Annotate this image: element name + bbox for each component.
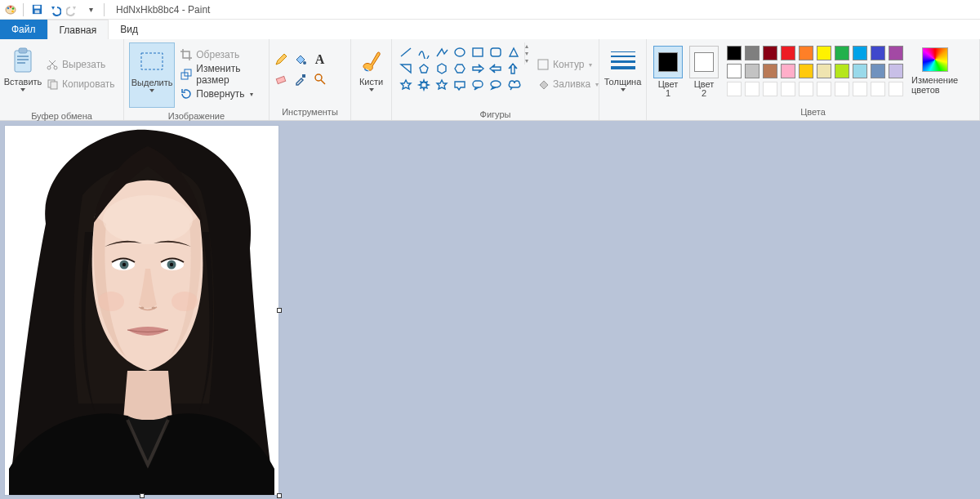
select-button[interactable]: Выделить bbox=[129, 42, 175, 108]
crop-button[interactable]: Обрезать bbox=[176, 46, 262, 64]
qat-customize-icon[interactable]: ▾ bbox=[84, 3, 97, 16]
palette-swatch[interactable] bbox=[815, 62, 833, 80]
group-tools: A Инструменты bbox=[270, 39, 351, 120]
palette-swatch[interactable] bbox=[869, 62, 887, 80]
shapes-gallery[interactable] bbox=[397, 42, 523, 93]
color2-button[interactable]: Цвет 2 bbox=[689, 42, 719, 98]
copy-button[interactable]: Копировать bbox=[42, 75, 118, 93]
palette-swatch[interactable] bbox=[725, 62, 743, 80]
palette-swatch[interactable] bbox=[779, 44, 797, 62]
palette-swatch[interactable] bbox=[761, 62, 779, 80]
palette-swatch[interactable] bbox=[833, 80, 851, 98]
canvas[interactable] bbox=[5, 126, 278, 495]
palette-swatch[interactable] bbox=[851, 44, 869, 62]
eraser-tool[interactable] bbox=[272, 70, 290, 88]
tab-view[interactable]: Вид bbox=[109, 20, 149, 39]
palette-swatch[interactable] bbox=[869, 80, 887, 98]
svg-rect-17 bbox=[141, 53, 163, 69]
svg-point-36 bbox=[122, 263, 126, 266]
fill-icon bbox=[537, 78, 550, 91]
palette-swatch[interactable] bbox=[725, 44, 743, 62]
edit-colors-button[interactable]: Изменение цветов bbox=[911, 42, 958, 95]
svg-point-4 bbox=[11, 10, 14, 12]
svg-rect-10 bbox=[17, 56, 29, 57]
palette-swatch[interactable] bbox=[797, 44, 815, 62]
resize-button[interactable]: Изменить размер bbox=[176, 65, 262, 83]
palette-swatch[interactable] bbox=[725, 80, 743, 98]
palette-swatch[interactable] bbox=[815, 44, 833, 62]
undo-icon[interactable] bbox=[48, 3, 61, 16]
palette-swatch[interactable] bbox=[761, 80, 779, 98]
palette-swatch[interactable] bbox=[833, 62, 851, 80]
palette-swatch[interactable] bbox=[833, 44, 851, 62]
ribbon: Вставить Вырезать Копировать Буфер обмен… bbox=[0, 39, 980, 121]
shapes-scrollbar[interactable]: ▴▾▾ bbox=[524, 42, 528, 65]
palette-swatch[interactable] bbox=[797, 80, 815, 98]
fill-tool[interactable] bbox=[292, 51, 310, 69]
outline-icon bbox=[537, 58, 550, 71]
palette-swatch[interactable] bbox=[761, 44, 779, 62]
palette-swatch[interactable] bbox=[887, 80, 905, 98]
palette-swatch[interactable] bbox=[815, 80, 833, 98]
pencil-tool[interactable] bbox=[272, 51, 290, 69]
palette-swatch[interactable] bbox=[743, 44, 761, 62]
svg-point-41 bbox=[172, 292, 198, 311]
thickness-label: Толщина bbox=[604, 77, 642, 87]
select-label: Выделить bbox=[131, 78, 173, 87]
crop-icon bbox=[180, 48, 193, 61]
save-icon[interactable] bbox=[30, 3, 43, 16]
separator bbox=[104, 3, 105, 16]
svg-rect-7 bbox=[34, 10, 39, 13]
rotate-icon bbox=[180, 87, 193, 100]
palette-swatch[interactable] bbox=[779, 80, 797, 98]
palette-swatch[interactable] bbox=[887, 62, 905, 80]
thickness-button[interactable]: Толщина bbox=[604, 42, 641, 108]
fill-button[interactable]: Заливка ▾ bbox=[533, 75, 602, 93]
svg-point-24 bbox=[455, 48, 465, 56]
group-label-image: Изображение bbox=[124, 111, 269, 121]
palette-swatch[interactable] bbox=[779, 62, 797, 80]
title-bar: ▾ HdNxHkb8bc4 - Paint bbox=[0, 0, 980, 20]
svg-point-3 bbox=[12, 7, 15, 10]
tab-home[interactable]: Главная bbox=[47, 20, 109, 39]
resize-handle-se[interactable] bbox=[277, 493, 282, 498]
palette-swatch[interactable] bbox=[743, 62, 761, 80]
svg-point-39 bbox=[152, 306, 156, 309]
tab-file[interactable]: Файл bbox=[0, 20, 47, 39]
brushes-button[interactable]: Кисти bbox=[354, 42, 390, 108]
svg-point-1 bbox=[7, 7, 10, 9]
group-colors: Цвет 1 Цвет 2 Изменение цветов Цвета bbox=[647, 39, 980, 120]
svg-point-23 bbox=[315, 74, 322, 81]
resize-handle-e[interactable] bbox=[277, 308, 282, 313]
cut-button[interactable]: Вырезать bbox=[42, 56, 118, 74]
palette-swatch[interactable] bbox=[851, 62, 869, 80]
outline-button[interactable]: Контур ▾ bbox=[533, 56, 602, 74]
color1-button[interactable]: Цвет 1 bbox=[653, 42, 683, 98]
svg-rect-21 bbox=[276, 76, 285, 83]
canvas-scroll[interactable] bbox=[0, 121, 980, 499]
clipboard-icon bbox=[10, 47, 36, 74]
group-image: Выделить Обрезать Изменить размер Поверн… bbox=[124, 39, 270, 120]
paste-button[interactable]: Вставить bbox=[5, 42, 41, 108]
text-tool[interactable]: A bbox=[311, 51, 329, 69]
palette-swatch[interactable] bbox=[887, 44, 905, 62]
color-palette bbox=[725, 42, 905, 98]
chevron-down-icon bbox=[149, 89, 154, 92]
group-clipboard: Вставить Вырезать Копировать Буфер обмен… bbox=[0, 39, 124, 120]
picker-tool[interactable] bbox=[292, 70, 310, 88]
chevron-down-icon bbox=[20, 88, 25, 91]
magnifier-tool[interactable] bbox=[311, 70, 329, 88]
resize-handle-s[interactable] bbox=[140, 493, 145, 498]
palette-swatch[interactable] bbox=[869, 44, 887, 62]
svg-rect-26 bbox=[491, 48, 501, 56]
svg-rect-16 bbox=[51, 82, 57, 89]
palette-swatch[interactable] bbox=[797, 62, 815, 80]
rotate-button[interactable]: Повернуть ▾ bbox=[176, 85, 262, 103]
workarea bbox=[0, 121, 980, 499]
redo-icon[interactable] bbox=[66, 3, 79, 16]
palette-swatch[interactable] bbox=[851, 80, 869, 98]
group-label-tools: Инструменты bbox=[270, 107, 350, 120]
svg-point-14 bbox=[54, 66, 57, 69]
palette-swatch[interactable] bbox=[743, 80, 761, 98]
svg-rect-8 bbox=[15, 51, 31, 72]
